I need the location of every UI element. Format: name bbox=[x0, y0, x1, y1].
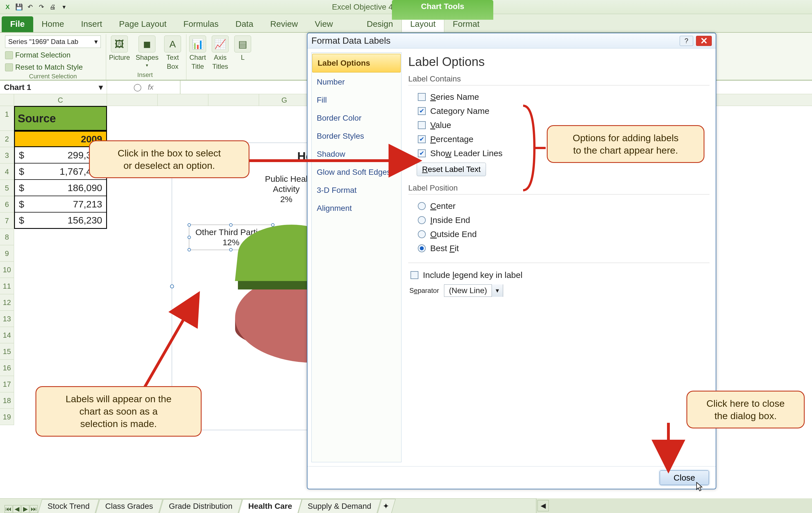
help-button[interactable]: ? bbox=[680, 36, 693, 46]
radio-inside-end[interactable]: Inside End bbox=[417, 213, 709, 227]
row-header[interactable]: 5 bbox=[0, 180, 14, 196]
reset-match-label: Reset to Match Style bbox=[15, 63, 83, 72]
row-header[interactable]: 18 bbox=[0, 393, 14, 409]
row-header[interactable]: 9 bbox=[0, 245, 14, 262]
chart-title-button[interactable]: 📊 Chart Title bbox=[189, 35, 206, 71]
row-header[interactable]: 7 bbox=[0, 213, 14, 229]
currency-symbol: $ bbox=[19, 182, 24, 193]
sheet-tab[interactable]: Grade Distribution bbox=[160, 499, 242, 513]
dialog-titlebar[interactable]: Format Data Labels ? ✕ bbox=[308, 33, 716, 49]
row-headers: 1 2 3 4 5 6 7 8 9 10 11 12 13 14 15 16 1… bbox=[0, 106, 14, 425]
scroll-left-icon[interactable]: ◀ bbox=[538, 500, 549, 511]
sheet-nav-last-icon[interactable]: ⏭ bbox=[30, 505, 38, 513]
sheet-nav-first-icon[interactable]: ⏮ bbox=[4, 505, 12, 513]
resize-handle[interactable] bbox=[170, 285, 174, 288]
row-header[interactable]: 3 bbox=[0, 147, 14, 163]
row-header[interactable]: 4 bbox=[0, 163, 14, 180]
column-header[interactable] bbox=[158, 94, 208, 106]
row-header[interactable]: 2 bbox=[0, 131, 14, 147]
tab-home[interactable]: Home bbox=[33, 16, 72, 32]
nav-label-options[interactable]: Label Options bbox=[312, 54, 401, 73]
checkbox-category-name[interactable]: ✔Category Name bbox=[417, 104, 709, 118]
table-row[interactable]: $156,230 bbox=[14, 213, 107, 229]
table-row[interactable]: $186,090 bbox=[14, 180, 107, 196]
tab-review[interactable]: Review bbox=[262, 16, 306, 32]
row-header[interactable]: 19 bbox=[0, 409, 14, 425]
row-header[interactable]: 12 bbox=[0, 294, 14, 310]
nav-alignment[interactable]: Alignment bbox=[312, 199, 401, 217]
nav-3d-format[interactable]: 3-D Format bbox=[312, 181, 401, 199]
dialog-title-text: Format Data Labels bbox=[311, 35, 390, 46]
qat-more-icon[interactable]: ▾ bbox=[60, 3, 68, 11]
column-header[interactable] bbox=[107, 94, 158, 106]
nav-border-styles[interactable]: Border Styles bbox=[312, 127, 401, 145]
chart-element-selector[interactable]: Series "1969" Data Lab ▾ bbox=[5, 35, 101, 48]
axis-titles-button[interactable]: 📈 Axis Titles bbox=[212, 35, 229, 71]
sheet-tab-active[interactable]: Health Care bbox=[239, 499, 302, 513]
data-label-public-health[interactable]: Public Heal Activity 2% bbox=[265, 174, 308, 204]
row-header[interactable]: 10 bbox=[0, 262, 14, 278]
currency-symbol: $ bbox=[19, 199, 24, 210]
undo-icon[interactable]: ↶ bbox=[26, 3, 34, 11]
checkbox-legend-key[interactable]: Include legend key in label bbox=[408, 268, 709, 282]
sheet-tab[interactable]: Class Grades bbox=[96, 499, 163, 513]
row-header[interactable]: 1 bbox=[0, 106, 14, 131]
chevron-down-icon: ▾ bbox=[146, 62, 148, 68]
row-header[interactable]: 6 bbox=[0, 196, 14, 213]
shapes-button[interactable]: ◼ Shapes ▾ bbox=[136, 35, 158, 68]
checkbox-series-name[interactable]: Series Name bbox=[417, 90, 709, 104]
column-header[interactable]: C bbox=[14, 94, 107, 106]
callout-line: Click here to close bbox=[696, 397, 795, 409]
mouse-cursor-icon bbox=[696, 482, 703, 492]
save-icon[interactable]: 💾 bbox=[14, 3, 23, 11]
nav-fill[interactable]: Fill bbox=[312, 91, 401, 109]
radio-best-fit[interactable]: Best Fit bbox=[417, 241, 709, 255]
tab-formulas[interactable]: Formulas bbox=[175, 16, 227, 32]
table-row[interactable]: $77,213 bbox=[14, 196, 107, 213]
name-box[interactable]: Chart 1 ▾ bbox=[0, 81, 107, 94]
tab-view[interactable]: View bbox=[306, 16, 341, 32]
cell-source-header[interactable]: Source bbox=[14, 106, 107, 131]
radio-outside-end[interactable]: Outside End bbox=[417, 227, 709, 241]
sheet-nav-next-icon[interactable]: ▶ bbox=[21, 505, 29, 513]
close-x-button[interactable]: ✕ bbox=[696, 36, 712, 46]
column-header[interactable] bbox=[208, 94, 259, 106]
nav-number[interactable]: Number bbox=[312, 73, 401, 91]
tab-data[interactable]: Data bbox=[227, 16, 262, 32]
dialog-category-list: Label Options Number Fill Border Color B… bbox=[311, 52, 402, 462]
select-all-triangle[interactable] bbox=[0, 94, 14, 106]
format-selection-icon bbox=[5, 51, 13, 59]
picture-button[interactable]: 🖼 Picture bbox=[109, 35, 130, 61]
checkbox-icon: ✔ bbox=[418, 135, 426, 143]
row-header[interactable]: 13 bbox=[0, 310, 14, 327]
row-header[interactable]: 8 bbox=[0, 229, 14, 245]
reset-match-style-button[interactable]: Reset to Match Style bbox=[5, 62, 83, 72]
sheet-tab-bar: ⏮ ◀ ▶ ⏭ Stock Trend Class Grades Grade D… bbox=[0, 498, 812, 513]
tab-insert[interactable]: Insert bbox=[72, 16, 111, 32]
legend-button[interactable]: ▤ L bbox=[234, 35, 251, 61]
format-selection-button[interactable]: Format Selection bbox=[5, 50, 71, 60]
row-header[interactable]: 17 bbox=[0, 376, 14, 393]
cell-value: 186,090 bbox=[67, 182, 102, 193]
print-icon[interactable]: 🖨 bbox=[49, 3, 57, 11]
column-header[interactable]: G bbox=[259, 94, 310, 106]
tab-file[interactable]: File bbox=[2, 16, 33, 32]
row-header[interactable]: 16 bbox=[0, 360, 14, 376]
checkbox-icon bbox=[418, 93, 426, 101]
textbox-button[interactable]: A Text Box bbox=[164, 35, 181, 71]
sheet-nav-prev-icon[interactable]: ◀ bbox=[13, 505, 21, 513]
nav-border-color[interactable]: Border Color bbox=[312, 109, 401, 127]
separator-value: (New Line) bbox=[444, 286, 491, 295]
row-header[interactable]: 11 bbox=[0, 278, 14, 294]
redo-icon[interactable]: ↷ bbox=[37, 3, 46, 11]
row-header[interactable]: 14 bbox=[0, 327, 14, 343]
tab-page-layout[interactable]: Page Layout bbox=[111, 16, 175, 32]
sheet-tab[interactable]: Stock Trend bbox=[38, 499, 99, 513]
fx-icon[interactable]: fx bbox=[148, 83, 153, 91]
separator-dropdown[interactable]: (New Line) ▼ bbox=[444, 285, 503, 297]
horizontal-scrollbar[interactable]: ◀ bbox=[536, 498, 812, 513]
sheet-tab[interactable]: Supply & Demand bbox=[298, 499, 381, 513]
row-header[interactable]: 15 bbox=[0, 343, 14, 360]
callout-line: Click in the box to select bbox=[98, 147, 240, 159]
radio-center[interactable]: Center bbox=[417, 199, 709, 213]
